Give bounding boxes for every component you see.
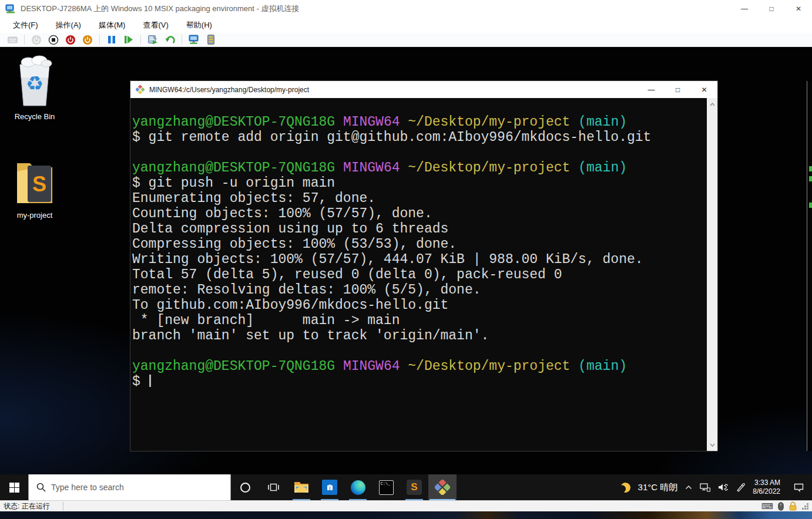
- lock-status-icon: [788, 501, 797, 511]
- terminal-maximize-button[interactable]: □: [665, 81, 691, 98]
- shut-down-button[interactable]: [64, 34, 77, 46]
- terminal-line: yangzhang@DESKTOP-7QNG18G MINGW64 ~/Desk…: [132, 359, 706, 374]
- enhanced-session-button[interactable]: [187, 34, 200, 46]
- keyboard-icon: [8, 36, 18, 44]
- command-prompt-icon: C:\_: [379, 480, 394, 495]
- terminal-line: [132, 343, 706, 359]
- vm-close-button[interactable]: ✕: [785, 0, 812, 18]
- vmconnect-window: DESKTOP-J7286MA 上的 Windows 10 MSIX packa…: [0, 0, 812, 519]
- terminal-title: MINGW64:/c/Users/yangzhang/Desktop/my-pr…: [149, 86, 309, 94]
- weather-text[interactable]: 31°C 晴朗: [638, 482, 678, 493]
- share-button[interactable]: [204, 34, 217, 46]
- scroll-up-icon[interactable]: [707, 99, 717, 109]
- volume-icon[interactable]: [718, 483, 728, 491]
- vm-statusbar: 状态: 正在运行 ⌨: [0, 500, 812, 511]
- sliver-text-fragment: [809, 203, 812, 208]
- menu-view[interactable]: 查看(V): [142, 19, 169, 32]
- weather-moon-icon[interactable]: [620, 483, 630, 493]
- vm-minimize-button[interactable]: —: [731, 0, 758, 18]
- menu-action[interactable]: 操作(A): [55, 19, 82, 32]
- recycle-bin-icon: ♻: [14, 54, 55, 108]
- terminal-titlebar[interactable]: MINGW64:/c/Users/yangzhang/Desktop/my-pr…: [130, 81, 717, 98]
- vm-menubar: 文件(F) 操作(A) 媒体(M) 查看(V) 帮助(H): [0, 18, 812, 33]
- terminal-body[interactable]: yangzhang@DESKTOP-7QNG18G MINGW64 ~/Desk…: [130, 98, 717, 451]
- statusbar-separator: [63, 502, 63, 511]
- taskbar-command-prompt[interactable]: C:\_: [372, 474, 400, 500]
- reset-button[interactable]: [122, 34, 135, 46]
- host-desktop-strip: [0, 511, 812, 519]
- vm-titlebar[interactable]: DESKTOP-J7286MA 上的 Windows 10 MSIX packa…: [0, 0, 812, 18]
- terminal-line: $ git push -u origin main: [132, 176, 706, 191]
- terminal-line: To github.com:AIboy996/mkdocs-hello.git: [132, 298, 706, 313]
- terminal-close-button[interactable]: ✕: [691, 81, 717, 98]
- clock-date: 8/6/2022: [753, 487, 780, 496]
- taskbar-sublime-text[interactable]: S: [400, 474, 428, 500]
- vm-maximize-button[interactable]: □: [758, 0, 785, 18]
- action-center-icon[interactable]: [794, 483, 804, 492]
- terminal-output[interactable]: yangzhang@DESKTOP-7QNG18G MINGW64 ~/Desk…: [132, 114, 706, 389]
- vm-window-title: DESKTOP-J7286MA 上的 Windows 10 MSIX packa…: [21, 4, 299, 14]
- taskbar-clock[interactable]: 3:33 AM 8/6/2022: [753, 478, 780, 496]
- server-cabinet-icon: [207, 35, 215, 45]
- turn-off-button[interactable]: [47, 34, 60, 46]
- stop-icon: [48, 35, 59, 45]
- checkpoint-icon: [147, 35, 158, 45]
- revert-arrow-icon: [165, 35, 175, 45]
- toolbar-separator: [99, 35, 100, 45]
- toolbar-separator: [140, 35, 141, 45]
- vm-desktop: ♻ Recycle Bin S my-project: [0, 47, 812, 500]
- desktop-icon-label: Recycle Bin: [8, 112, 62, 121]
- system-tray: 31°C 晴朗: [620, 474, 812, 500]
- menu-file[interactable]: 文件(F): [12, 19, 39, 32]
- start-vm-button[interactable]: [30, 34, 43, 46]
- taskbar-edge[interactable]: [344, 474, 372, 500]
- vm-toolbar: [0, 33, 812, 47]
- pause-icon: [108, 35, 116, 44]
- revert-button[interactable]: [163, 34, 176, 46]
- power-gray-icon: [31, 35, 42, 45]
- tray-chevron-up-icon[interactable]: [685, 485, 692, 490]
- power-red-icon: [65, 35, 76, 45]
- network-icon[interactable]: [700, 483, 710, 492]
- terminal-line: $ git remote add origin git@github.com:A…: [132, 130, 706, 145]
- msix-packaging-tool-icon: [322, 480, 337, 495]
- taskbar-cortana[interactable]: [231, 474, 259, 500]
- vmconnect-app-icon: [5, 4, 16, 14]
- search-input[interactable]: [51, 483, 198, 492]
- save-state-button[interactable]: [81, 34, 94, 46]
- terminal-minimize-button[interactable]: —: [638, 81, 665, 98]
- windows-ink-pen-icon[interactable]: [736, 483, 745, 492]
- terminal-line: Writing objects: 100% (57/57), 444.07 Ki…: [132, 252, 706, 267]
- menu-help[interactable]: 帮助(H): [185, 19, 213, 32]
- keyboard-status-icon: ⌨: [761, 501, 773, 511]
- terminal-line: Compressing objects: 100% (53/53), done.: [132, 237, 706, 252]
- terminal-line: Total 57 (delta 5), reused 0 (delta 0), …: [132, 267, 706, 282]
- toolbar-separator: [182, 35, 182, 45]
- pause-button[interactable]: [105, 34, 118, 46]
- svg-text:♻: ♻: [26, 72, 43, 95]
- svg-text:S: S: [32, 172, 46, 196]
- scroll-down-icon[interactable]: [707, 440, 717, 450]
- desktop-icon-my-project[interactable]: S my-project: [8, 159, 62, 220]
- taskbar-msix-tool[interactable]: [316, 474, 344, 500]
- terminal-cursor: [149, 375, 151, 387]
- search-icon: [36, 483, 46, 492]
- terminal-scrollbar[interactable]: [707, 98, 717, 451]
- taskbar-task-view[interactable]: [259, 474, 287, 500]
- ctrl-alt-del-button[interactable]: [6, 34, 19, 46]
- sublime-text-icon: S: [407, 480, 422, 495]
- taskbar-search[interactable]: [28, 474, 231, 500]
- monitor-icon: [189, 35, 199, 45]
- background-window-sliver: [807, 81, 812, 451]
- menu-media[interactable]: 媒体(M): [98, 19, 127, 32]
- taskbar-git-bash[interactable]: [428, 474, 457, 500]
- terminal-line: Delta compression using up to 6 threads: [132, 221, 706, 237]
- terminal-line: $: [132, 374, 706, 389]
- sliver-text-fragment: [809, 176, 812, 181]
- terminal-line: yangzhang@DESKTOP-7QNG18G MINGW64 ~/Desk…: [132, 160, 706, 176]
- start-button[interactable]: [0, 474, 28, 500]
- resize-grip[interactable]: [802, 503, 808, 510]
- desktop-icon-recycle-bin[interactable]: ♻ Recycle Bin: [8, 54, 62, 121]
- taskbar-file-explorer[interactable]: [287, 474, 316, 500]
- checkpoint-button[interactable]: [146, 34, 159, 46]
